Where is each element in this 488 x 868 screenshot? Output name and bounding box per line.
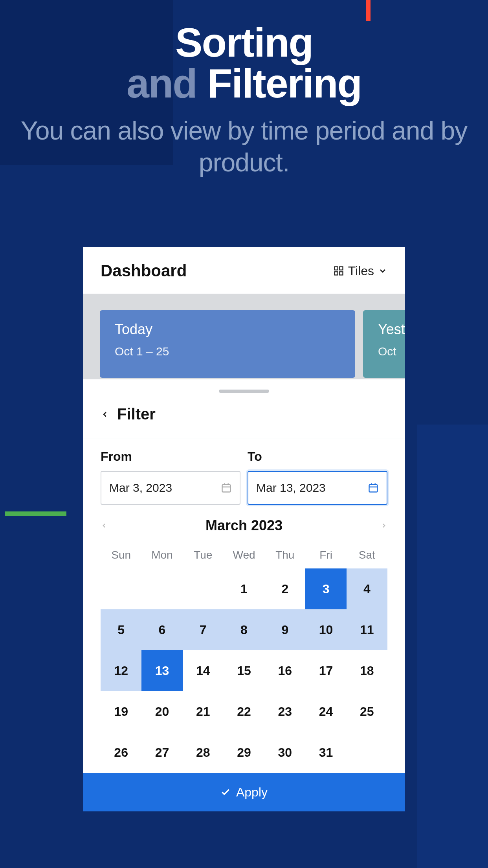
filter-sheet: Filter From Mar 3, 2023 To Mar xyxy=(83,390,405,811)
calendar-icon xyxy=(368,482,379,493)
calendar-day[interactable]: 14 xyxy=(183,650,224,691)
card-title: Today xyxy=(115,321,340,338)
chevron-right-icon[interactable] xyxy=(380,522,387,529)
calendar-day[interactable]: 31 xyxy=(305,732,346,773)
svg-rect-8 xyxy=(369,485,378,492)
calendar-day[interactable]: 8 xyxy=(224,609,264,650)
calendar-day[interactable]: 21 xyxy=(183,691,224,732)
dow-label: Tue xyxy=(183,542,224,568)
view-toggle[interactable]: Tiles xyxy=(333,264,387,278)
apply-label: Apply xyxy=(236,785,268,800)
calendar-day[interactable]: 25 xyxy=(347,691,387,732)
dashboard-header: Dashboard Tiles xyxy=(83,247,405,294)
date-range-row: From Mar 3, 2023 To Mar 13, 2023 xyxy=(83,438,405,505)
filter-header: Filter xyxy=(83,393,405,438)
calendar-day[interactable]: 15 xyxy=(224,650,264,691)
dow-label: Sat xyxy=(347,542,387,568)
to-input[interactable]: Mar 13, 2023 xyxy=(248,471,387,505)
to-value: Mar 13, 2023 xyxy=(256,481,326,495)
calendar-day[interactable]: 11 xyxy=(347,609,387,650)
calendar-day[interactable]: 26 xyxy=(101,732,141,773)
calendar-day[interactable]: 7 xyxy=(183,609,224,650)
apply-button[interactable]: Apply xyxy=(83,773,405,811)
to-col: To Mar 13, 2023 xyxy=(248,449,387,505)
phone-mockup: Dashboard Tiles Today Oct 1 – 25 Yest Oc… xyxy=(83,247,405,811)
svg-rect-3 xyxy=(339,272,343,275)
to-label: To xyxy=(248,449,387,464)
calendar-day[interactable]: 10 xyxy=(305,609,346,650)
calendar-day[interactable]: 3 xyxy=(305,568,346,609)
calendar-day[interactable]: 12 xyxy=(101,650,141,691)
card-title: Yest xyxy=(378,321,405,338)
calendar-day[interactable]: 4 xyxy=(347,568,387,609)
dow-label: Sun xyxy=(101,542,141,568)
hero-title-line1: Sorting xyxy=(175,20,313,65)
sheet-grabber[interactable] xyxy=(219,390,269,393)
month-header: March 2023 xyxy=(83,505,405,542)
from-value: Mar 3, 2023 xyxy=(109,481,172,495)
bg-panel xyxy=(417,425,488,868)
dow-label: Thu xyxy=(264,542,305,568)
filter-title: Filter xyxy=(117,405,156,423)
calendar-day[interactable]: 24 xyxy=(305,691,346,732)
from-label: From xyxy=(101,449,240,464)
calendar-day[interactable]: 17 xyxy=(305,650,346,691)
calendar-day[interactable]: 1 xyxy=(224,568,264,609)
calendar-day[interactable]: 6 xyxy=(141,609,182,650)
accent-bar-red xyxy=(366,0,371,21)
calendar-day[interactable]: 16 xyxy=(264,650,305,691)
calendar: SunMonTueWedThuFriSat 123456789101112131… xyxy=(83,542,405,773)
calendar-icon xyxy=(221,482,232,493)
chevron-left-icon[interactable] xyxy=(101,410,109,419)
view-toggle-label: Tiles xyxy=(348,264,374,278)
cards-scroller[interactable]: Today Oct 1 – 25 Yest Oct xyxy=(83,294,405,379)
calendar-day-empty xyxy=(183,568,224,609)
calendar-day[interactable]: 29 xyxy=(224,732,264,773)
calendar-day[interactable]: 18 xyxy=(347,650,387,691)
svg-rect-1 xyxy=(339,267,343,270)
card-date: Oct xyxy=(378,345,405,358)
calendar-day[interactable]: 5 xyxy=(101,609,141,650)
svg-rect-0 xyxy=(334,267,338,270)
days-grid: 1234567891011121314151617181920212223242… xyxy=(101,568,387,773)
hero-section: Sorting and Filtering You can also view … xyxy=(0,22,488,178)
dow-label: Mon xyxy=(141,542,182,568)
from-col: From Mar 3, 2023 xyxy=(101,449,240,505)
hero-title-line2: Filtering xyxy=(207,61,361,106)
calendar-day[interactable]: 19 xyxy=(101,691,141,732)
calendar-day[interactable]: 9 xyxy=(264,609,305,650)
card-date: Oct 1 – 25 xyxy=(115,345,340,358)
dow-label: Wed xyxy=(224,542,264,568)
card-yesterday[interactable]: Yest Oct xyxy=(363,310,405,378)
hero-title: Sorting and Filtering xyxy=(0,22,488,104)
svg-rect-2 xyxy=(334,272,338,275)
calendar-day[interactable]: 13 xyxy=(141,650,182,691)
calendar-day[interactable]: 22 xyxy=(224,691,264,732)
page-title: Dashboard xyxy=(101,261,187,280)
dow-row: SunMonTueWedThuFriSat xyxy=(101,542,387,568)
calendar-day[interactable]: 23 xyxy=(264,691,305,732)
calendar-day[interactable]: 2 xyxy=(264,568,305,609)
chevron-left-icon[interactable] xyxy=(101,522,108,529)
check-icon xyxy=(220,787,231,797)
calendar-day-empty xyxy=(101,568,141,609)
hero-title-muted: and xyxy=(127,61,197,106)
dow-label: Fri xyxy=(305,542,346,568)
accent-bar-green xyxy=(5,511,66,516)
month-label: March 2023 xyxy=(205,517,283,534)
calendar-day[interactable]: 28 xyxy=(183,732,224,773)
card-today[interactable]: Today Oct 1 – 25 xyxy=(100,310,355,378)
chevron-down-icon xyxy=(378,266,387,276)
from-input[interactable]: Mar 3, 2023 xyxy=(101,471,240,505)
grid-icon xyxy=(333,265,344,276)
calendar-day[interactable]: 30 xyxy=(264,732,305,773)
hero-subtitle: You can also view by time period and by … xyxy=(0,115,488,178)
calendar-day[interactable]: 20 xyxy=(141,691,182,732)
svg-rect-4 xyxy=(222,485,231,492)
calendar-day-empty xyxy=(141,568,182,609)
calendar-day[interactable]: 27 xyxy=(141,732,182,773)
